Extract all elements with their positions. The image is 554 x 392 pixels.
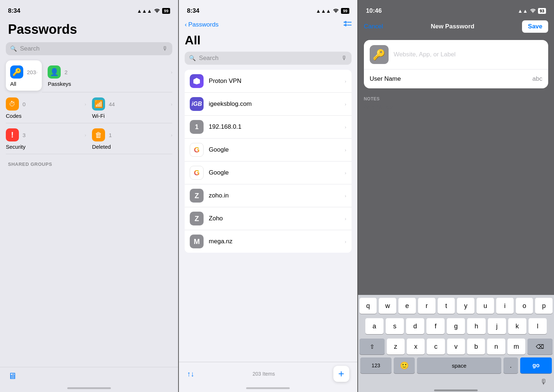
svg-point-0 bbox=[157, 12, 157, 13]
backspace-key[interactable]: ⌫ bbox=[527, 339, 553, 355]
status-icons-p3: ▲▲ 93 bbox=[518, 8, 546, 14]
item-icon-google2: G bbox=[190, 166, 204, 180]
shift-key[interactable]: ⇧ bbox=[360, 339, 385, 355]
svg-point-9 bbox=[533, 12, 533, 13]
chevron-proton-vpn: › bbox=[345, 79, 346, 84]
search-placeholder-p2: Search bbox=[199, 55, 338, 62]
username-label: User Name bbox=[370, 75, 533, 83]
category-passkeys[interactable]: 👤 2 › Passkeys bbox=[42, 60, 172, 92]
go-key[interactable]: go bbox=[520, 357, 552, 373]
svg-marker-8 bbox=[193, 78, 200, 84]
mic-row: 🎙 bbox=[358, 376, 554, 389]
list-item-google1[interactable]: G Google › bbox=[185, 139, 351, 161]
back-button-p2[interactable]: ‹ Passwords bbox=[185, 21, 218, 28]
list-item-192[interactable]: 1 192.168.0.1 › bbox=[185, 116, 351, 139]
page-title-p1: Passwords bbox=[0, 19, 178, 42]
key-v[interactable]: v bbox=[447, 339, 465, 355]
signal-icon-p3: ▲▲ bbox=[518, 8, 528, 14]
keyboard-mic-icon[interactable]: 🎙 bbox=[537, 376, 550, 388]
username-value[interactable]: abc bbox=[533, 75, 542, 83]
key-a[interactable]: a bbox=[365, 318, 384, 334]
key-e[interactable]: e bbox=[398, 298, 416, 314]
category-name-deleted: Deleted bbox=[92, 144, 111, 150]
passwords-list: Proton VPN › iGB igeeksblog.com › 1 192.… bbox=[185, 70, 351, 253]
key-r[interactable]: r bbox=[418, 298, 435, 314]
item-icon-mega: M bbox=[190, 235, 204, 248]
notes-section: NOTES Add Notes bbox=[358, 93, 554, 111]
key-p[interactable]: p bbox=[535, 298, 553, 314]
key-s[interactable]: s bbox=[386, 318, 404, 334]
key-f[interactable]: f bbox=[426, 318, 445, 334]
category-name-wifi: Wi-Fi bbox=[92, 113, 105, 119]
item-name-google2: Google bbox=[209, 169, 340, 176]
category-name-codes: Codes bbox=[6, 113, 21, 119]
search-bar-p2[interactable]: 🔍 Search 🎙 bbox=[185, 52, 351, 65]
key-z[interactable]: z bbox=[387, 339, 405, 355]
category-name-security: Security bbox=[6, 144, 25, 150]
emoji-key[interactable]: 🙂 bbox=[394, 357, 415, 373]
list-item-igb[interactable]: iGB igeeksblog.com › bbox=[185, 93, 351, 116]
keyboard: q w e r t y u i o p a s d f g h j k l ⇧ … bbox=[358, 295, 554, 392]
key-k[interactable]: k bbox=[508, 318, 526, 334]
list-item-proton-vpn[interactable]: Proton VPN › bbox=[185, 70, 351, 93]
item-name-google1: Google bbox=[209, 146, 340, 153]
key-t[interactable]: t bbox=[438, 298, 455, 314]
key-o[interactable]: o bbox=[516, 298, 533, 314]
period-key[interactable]: . bbox=[503, 357, 518, 373]
wifi-icon-p3 bbox=[530, 8, 536, 14]
category-icon-deleted: 🗑 bbox=[92, 128, 105, 141]
form-bottom: User Name abc bbox=[364, 69, 548, 88]
key-y[interactable]: y bbox=[457, 298, 474, 314]
category-all[interactable]: 🔑 203 › All bbox=[6, 60, 42, 91]
list-item-google2[interactable]: G Google › bbox=[185, 161, 351, 184]
category-icon-passkeys: 👤 bbox=[48, 65, 61, 79]
search-bar-p1[interactable]: 🔍 Search 🎙 bbox=[6, 42, 172, 55]
category-codes[interactable]: ⏱ 0 › Codes bbox=[6, 92, 86, 123]
category-wifi[interactable]: 📶 44 › Wi-Fi bbox=[86, 92, 172, 123]
key-x[interactable]: x bbox=[407, 339, 425, 355]
item-name-zoho: Zoho bbox=[209, 215, 340, 222]
key-h[interactable]: h bbox=[467, 318, 485, 334]
keyboard-row-2: a s d f g h j k l bbox=[358, 315, 554, 336]
cancel-button-p3[interactable]: Cancel bbox=[364, 23, 383, 30]
save-button-p3[interactable]: Save bbox=[522, 20, 548, 33]
chevron-192: › bbox=[345, 124, 346, 130]
key-j[interactable]: j bbox=[488, 318, 506, 334]
home-indicator-p3 bbox=[358, 389, 554, 392]
key-w[interactable]: w bbox=[379, 298, 396, 314]
key-l[interactable]: l bbox=[529, 318, 547, 334]
chevron-zoho: › bbox=[345, 216, 346, 221]
item-icon-proton-vpn bbox=[190, 74, 204, 88]
nav-icons-p2 bbox=[344, 20, 352, 29]
key-icon: 🔑 bbox=[370, 45, 389, 64]
notes-placeholder[interactable]: Add Notes bbox=[364, 104, 548, 111]
key-m[interactable]: m bbox=[507, 339, 525, 355]
battery-p1: 99 bbox=[162, 8, 170, 14]
list-item-zoho[interactable]: Z Zoho › bbox=[185, 207, 351, 230]
filter-icon-p2[interactable] bbox=[344, 20, 352, 29]
back-label-p2: Passwords bbox=[188, 21, 218, 28]
website-input[interactable]: Website, App, or Label bbox=[394, 51, 542, 58]
key-n[interactable]: n bbox=[487, 339, 505, 355]
numbers-key[interactable]: 123 bbox=[360, 357, 392, 373]
signal-icon-p2: ▲▲▲ bbox=[316, 8, 331, 14]
bottom-icon-p1[interactable]: 🖥 bbox=[8, 371, 17, 381]
key-u[interactable]: u bbox=[477, 298, 494, 314]
sort-icon-p2[interactable]: ↑↓ bbox=[187, 370, 194, 378]
category-name-all: All bbox=[10, 81, 37, 87]
key-i[interactable]: i bbox=[496, 298, 514, 314]
space-key[interactable]: space bbox=[417, 357, 501, 373]
category-security[interactable]: ! 3 › Security bbox=[6, 123, 86, 154]
key-c[interactable]: c bbox=[427, 339, 445, 355]
key-q[interactable]: q bbox=[360, 298, 377, 314]
list-item-zohoin[interactable]: Z zoho.in › bbox=[185, 184, 351, 207]
category-icon-wifi: 📶 bbox=[92, 97, 105, 111]
key-b[interactable]: b bbox=[467, 339, 485, 355]
key-g[interactable]: g bbox=[447, 318, 465, 334]
category-deleted[interactable]: 🗑 1 › Deleted bbox=[86, 123, 172, 154]
key-d[interactable]: d bbox=[406, 318, 424, 334]
list-item-mega[interactable]: M mega.nz › bbox=[185, 230, 351, 253]
status-bar-panel1: 8:34 ▲▲▲ 99 bbox=[0, 0, 178, 19]
add-button-p2[interactable]: + bbox=[333, 366, 349, 382]
search-placeholder-p1: Search bbox=[20, 45, 159, 52]
